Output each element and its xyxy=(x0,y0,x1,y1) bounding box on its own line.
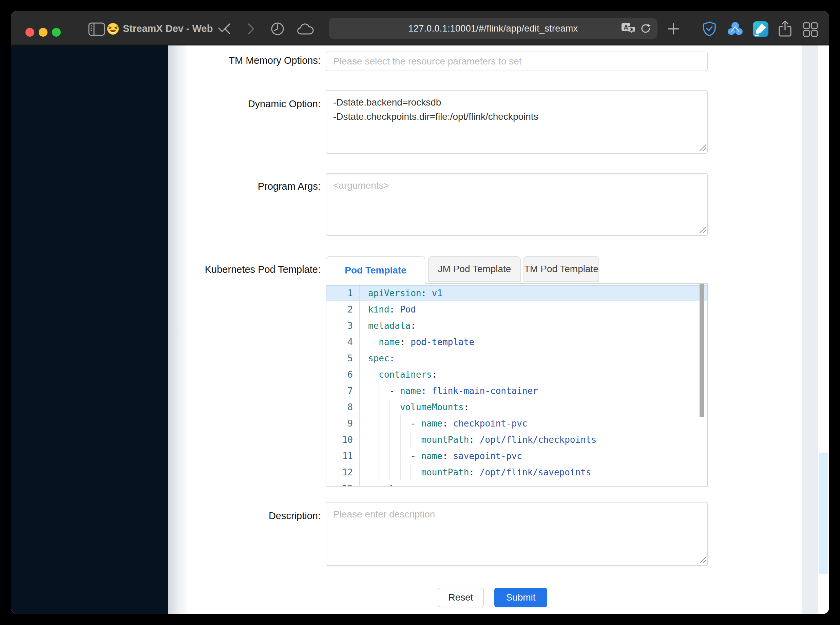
code-line[interactable]: 4 name: pod-template xyxy=(326,334,707,350)
tab-jm-pod-template[interactable]: JM Pod Template xyxy=(428,256,521,282)
zoom-window-button[interactable] xyxy=(52,28,61,37)
tab-tm-pod-template[interactable]: TM Pod Template xyxy=(523,256,599,282)
program-args-label: Program Args: xyxy=(153,180,321,192)
app-sidebar xyxy=(11,45,168,614)
sidebar-toggle-icon[interactable] xyxy=(88,22,105,36)
new-tab-plus-icon[interactable] xyxy=(667,22,680,35)
minimize-window-button[interactable] xyxy=(39,28,48,37)
line-number: 5 xyxy=(326,350,359,367)
description-label: Description: xyxy=(153,510,321,521)
code-line[interactable]: 11 - name: savepoint-pvc xyxy=(326,448,707,464)
submit-button[interactable]: Submit xyxy=(494,588,547,607)
page-content: TM Memory Options: Dynamic Option: -Dsta… xyxy=(11,45,829,614)
code-line-text: apiVersion: v1 xyxy=(359,285,443,301)
line-number: 4 xyxy=(326,334,359,350)
url-text: 127.0.0.1:10001/#/flink/app/edit_streamx xyxy=(408,23,578,34)
code-line[interactable]: 3metadata: xyxy=(326,317,707,334)
history-clock-icon[interactable] xyxy=(270,22,285,36)
close-window-button[interactable] xyxy=(25,28,34,37)
line-number: 3 xyxy=(326,317,359,334)
code-line-text: mountPath: /opt/flink/savepoints xyxy=(359,464,591,480)
share-icon[interactable] xyxy=(778,20,792,37)
line-number: 13 xyxy=(326,480,359,487)
page-scrollbar-thumb[interactable] xyxy=(818,452,828,574)
code-line-text: mountPath: /opt/flink/checkpoints xyxy=(359,432,596,448)
extension-trefoil-icon[interactable] xyxy=(727,22,743,37)
code-editor[interactable]: 1apiVersion: v12kind: Pod3metadata:4 nam… xyxy=(326,283,708,487)
page-scrollbar-track xyxy=(802,45,818,614)
code-line[interactable]: 10 mountPath: /opt/flink/checkpoints xyxy=(326,432,707,448)
code-line-text: volumeMounts: xyxy=(359,399,469,415)
browser-window: StreamX Dev - Web 127.0.0.1:10001/#/flin… xyxy=(11,11,829,614)
reload-icon[interactable] xyxy=(640,22,651,34)
line-number: 6 xyxy=(326,367,359,383)
line-number: 9 xyxy=(326,415,359,432)
code-line-text: - name: savepoint-pvc xyxy=(359,448,522,464)
sidebar-edge-shadow xyxy=(168,45,187,614)
tab-pod-template[interactable]: Pod Template xyxy=(326,256,425,284)
code-line[interactable]: 13 volumes: xyxy=(326,480,707,487)
back-icon[interactable] xyxy=(223,23,231,34)
code-lines: 1apiVersion: v12kind: Pod3metadata:4 nam… xyxy=(326,285,707,487)
tab-overview-grid-icon[interactable] xyxy=(803,22,818,37)
code-line[interactable]: 2kind: Pod xyxy=(326,301,707,317)
svg-text:A: A xyxy=(624,24,628,31)
code-line-text: spec: xyxy=(359,350,394,367)
line-number: 11 xyxy=(326,448,359,464)
code-line-text: kind: Pod xyxy=(359,301,416,317)
line-number: 2 xyxy=(326,301,359,317)
privacy-shield-icon[interactable] xyxy=(702,21,717,37)
dynamic-option-textarea[interactable]: -Dstate.backend=rocksdb -Dstate.checkpoi… xyxy=(326,90,708,154)
code-line[interactable]: 8 volumeMounts: xyxy=(326,399,707,415)
kubernetes-pod-template-label: Kubernetes Pod Template: xyxy=(153,264,321,275)
pod-template-tabs: Pod Template JM Pod Template TM Pod Temp… xyxy=(326,256,599,284)
dynamic-option-label: Dynamic Option: xyxy=(153,98,321,110)
reset-button[interactable]: Reset xyxy=(438,588,484,607)
program-args-textarea[interactable] xyxy=(326,173,708,236)
code-line[interactable]: 7 - name: flink-main-container xyxy=(326,383,707,399)
tm-memory-options-input[interactable] xyxy=(326,51,708,71)
code-line-text: - name: flink-main-container xyxy=(359,383,538,399)
forward-icon[interactable] xyxy=(247,23,255,34)
line-number: 7 xyxy=(326,383,359,399)
tm-memory-options-label: TM Memory Options: xyxy=(153,54,321,66)
code-line-text: - name: checkpoint-pvc xyxy=(359,415,528,432)
highlighter-extension-icon[interactable] xyxy=(753,21,769,37)
code-line-text: volumes: xyxy=(359,480,421,487)
app-emoji-favicon xyxy=(107,22,120,35)
browser-toolbar: StreamX Dev - Web 127.0.0.1:10001/#/flin… xyxy=(11,11,829,45)
cloud-icon[interactable] xyxy=(297,23,314,35)
line-number: 8 xyxy=(326,399,359,415)
svg-text:✱: ✱ xyxy=(630,27,634,32)
description-textarea[interactable] xyxy=(326,502,708,566)
code-line-text: name: pod-template xyxy=(359,334,474,350)
code-line-text: metadata: xyxy=(359,317,416,334)
line-number: 10 xyxy=(326,432,359,448)
gutter-separator xyxy=(359,284,360,486)
line-number: 1 xyxy=(326,285,359,301)
code-line[interactable]: 12 mountPath: /opt/flink/savepoints xyxy=(326,464,707,480)
translate-icon[interactable]: A ✱ xyxy=(621,22,636,34)
code-line[interactable]: 5spec: xyxy=(326,350,707,367)
line-number: 12 xyxy=(326,464,359,480)
profile-title[interactable]: StreamX Dev - Web xyxy=(123,23,213,34)
code-line[interactable]: 1apiVersion: v1 xyxy=(326,285,707,301)
editor-scrollbar-thumb[interactable] xyxy=(700,284,704,417)
code-line-text: containers: xyxy=(359,367,437,383)
code-line[interactable]: 6 containers: xyxy=(326,367,707,383)
code-line[interactable]: 9 - name: checkpoint-pvc xyxy=(326,415,707,432)
url-bar[interactable]: 127.0.0.1:10001/#/flink/app/edit_streamx… xyxy=(329,18,657,39)
